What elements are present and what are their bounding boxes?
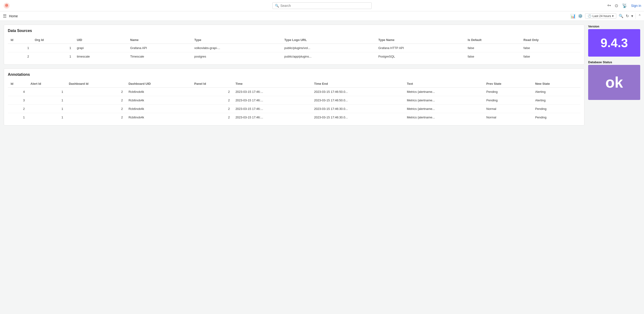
- time-range-picker[interactable]: 🕐 Last 24 hours ▾: [585, 13, 616, 19]
- ann-panel-id: 2: [192, 88, 232, 96]
- plus-chevron: ▾: [610, 4, 611, 7]
- ann-col-time: Time: [232, 80, 311, 88]
- plus-icon: +: [607, 3, 610, 8]
- ds-type: postgres: [192, 52, 282, 61]
- ds-id: 2: [8, 52, 32, 61]
- annotations-title: Annotations: [8, 73, 580, 77]
- ds-id: 1: [8, 44, 32, 52]
- ann-text: Metrics {alertname...: [404, 88, 484, 96]
- data-sources-panel: Data Sources Id Org Id UID Name Type Typ…: [4, 25, 584, 65]
- col-type-logo-url: Type Logo URL: [282, 36, 376, 44]
- table-row: 2 1 2 Rcb6nob4k 2 2023-03-15 17:46:... 2…: [8, 105, 580, 113]
- ds-type-logo-url: public/plugins/vol...: [282, 44, 376, 52]
- col-type-name: Type Name: [376, 36, 465, 44]
- data-sources-table: Id Org Id UID Name Type Type Logo URL Ty…: [8, 36, 580, 61]
- collapse-button[interactable]: ⌃: [638, 14, 641, 18]
- data-sources-header-row: Id Org Id UID Name Type Type Logo URL Ty…: [8, 36, 580, 44]
- ann-dashboard-id: 2: [66, 96, 126, 105]
- ann-col-time-end: Time End: [311, 80, 404, 88]
- ann-dashboard-uid: Rcb6nob4k: [126, 96, 192, 105]
- ann-col-id: Id: [8, 80, 28, 88]
- left-panels: Data Sources Id Org Id UID Name Type Typ…: [4, 25, 584, 126]
- ann-time: 2023-03-15 17:46:...: [232, 96, 311, 105]
- ann-panel-id: 2: [192, 113, 232, 122]
- ann-col-panel-id: Panel Id: [192, 80, 232, 88]
- table-row: 3 1 2 Rcb6nob4k 2 2023-03-15 17:46:... 2…: [8, 96, 580, 105]
- help-icon: ⊙: [615, 3, 618, 8]
- annotations-panel: Annotations Id Alert Id Dashboard Id Das…: [4, 69, 584, 126]
- ds-read-only: false: [521, 52, 580, 61]
- app-logo[interactable]: [3, 2, 10, 10]
- ann-prev-state: Normal: [484, 105, 532, 113]
- add-panel-icon: 📊: [570, 14, 576, 19]
- ann-time-end: 2023-03-15 17:46:50.0...: [311, 96, 404, 105]
- ann-col-text: Text: [404, 80, 484, 88]
- add-panel-button[interactable]: 📊: [570, 14, 576, 19]
- ann-text: Metrics {alertname...: [404, 96, 484, 105]
- ann-alert-id: 1: [28, 96, 66, 105]
- settings-button[interactable]: ⚙️: [578, 14, 583, 18]
- ds-type-logo-url: public/app/plugins...: [282, 52, 376, 61]
- search-bar[interactable]: 🔍: [272, 2, 372, 9]
- zoom-out-button[interactable]: 🔍: [619, 14, 624, 18]
- rss-icon: 📡: [622, 3, 627, 8]
- ds-is-default: false: [465, 52, 521, 61]
- add-button[interactable]: + ▾: [607, 3, 611, 8]
- right-panel: Version 9.4.3 Database Status ok: [588, 25, 640, 126]
- col-is-default: Is Default: [465, 36, 521, 44]
- ann-panel-id: 2: [192, 96, 232, 105]
- db-status-section: Database Status ok: [588, 60, 640, 100]
- refresh-dropdown[interactable]: ▾: [631, 14, 633, 18]
- help-button[interactable]: ⊙: [615, 3, 618, 8]
- ann-text: Metrics {alertname...: [404, 113, 484, 122]
- col-type: Type: [192, 36, 282, 44]
- second-bar-right: 📊 ⚙️ 🕐 Last 24 hours ▾ 🔍 ↻ ▾ ⌃: [570, 13, 641, 19]
- search-input[interactable]: [280, 4, 369, 8]
- ann-time-end: 2023-03-15 17:46:50.0...: [311, 88, 404, 96]
- refresh-icon: ↻: [626, 14, 629, 18]
- ann-dashboard-uid: Rcb6nob4k: [126, 88, 192, 96]
- ann-col-prev-state: Prev State: [484, 80, 532, 88]
- col-org-id: Org Id: [32, 36, 74, 44]
- top-nav-right: + ▾ ⊙ 📡 Sign in: [607, 3, 641, 8]
- ann-id: 3: [8, 96, 28, 105]
- ann-dashboard-id: 2: [66, 113, 126, 122]
- version-section: Version 9.4.3: [588, 25, 640, 57]
- rss-button[interactable]: 📡: [622, 3, 627, 8]
- sign-in-button[interactable]: Sign in: [631, 4, 641, 8]
- gear-icon: ⚙️: [578, 14, 583, 18]
- table-row: 4 1 2 Rcb6nob4k 2 2023-03-15 17:46:... 2…: [8, 88, 580, 96]
- home-label: Home: [9, 14, 18, 18]
- ann-id: 4: [8, 88, 28, 96]
- ann-dashboard-id: 2: [66, 88, 126, 96]
- ann-prev-state: Pending: [484, 96, 532, 105]
- ann-dashboard-uid: Rcb6nob4k: [126, 113, 192, 122]
- chevron-up-icon: ⌃: [638, 14, 641, 18]
- hamburger-menu[interactable]: ☰: [3, 14, 6, 19]
- refresh-button[interactable]: ↻: [626, 14, 629, 18]
- table-row: 1 1 grapi Grafana API volkovlabs-grapi-.…: [8, 44, 580, 52]
- zoom-out-icon: 🔍: [619, 14, 624, 18]
- ann-new-state: Alerting: [532, 88, 580, 96]
- col-id: Id: [8, 36, 32, 44]
- ds-uid: grapi: [74, 44, 128, 52]
- version-header: Version: [588, 25, 640, 28]
- clock-icon: 🕐: [588, 14, 592, 18]
- ann-alert-id: 1: [28, 88, 66, 96]
- search-bar-container: 🔍: [272, 2, 372, 9]
- ds-uid: timescale: [74, 52, 128, 61]
- top-nav: 🔍 + ▾ ⊙ 📡 Sign in: [0, 0, 644, 11]
- db-status-value: ok: [591, 68, 638, 97]
- ds-name: Timescale: [127, 52, 192, 61]
- ann-time: 2023-03-15 17:46:...: [232, 88, 311, 96]
- main-content: Data Sources Id Org Id UID Name Type Typ…: [0, 21, 644, 129]
- col-read-only: Read Only: [521, 36, 580, 44]
- ann-alert-id: 1: [28, 113, 66, 122]
- divider: [636, 13, 636, 19]
- ann-prev-state: Normal: [484, 113, 532, 122]
- table-row: 1 1 2 Rcb6nob4k 2 2023-03-15 17:46:... 2…: [8, 113, 580, 122]
- ann-alert-id: 1: [28, 105, 66, 113]
- col-uid: UID: [74, 36, 128, 44]
- annotations-table: Id Alert Id Dashboard Id Dashboard UID P…: [8, 80, 580, 122]
- ds-org-id: 1: [32, 52, 74, 61]
